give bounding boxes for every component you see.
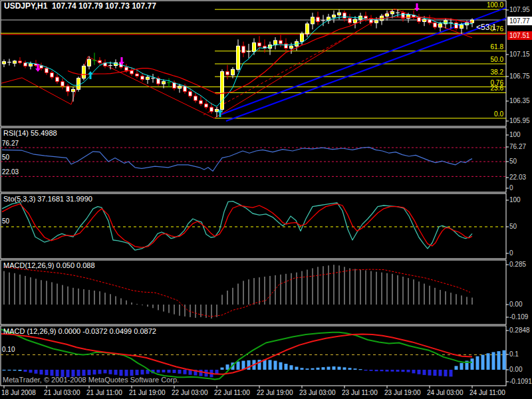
macd2-histogram-bar (40, 370, 43, 374)
price-axis-label: 107.95 (509, 7, 530, 13)
candle-body (317, 17, 320, 22)
macd2-histogram-bar (130, 370, 134, 376)
candle-body (455, 23, 458, 28)
macd2-histogram-bar (386, 370, 389, 372)
sto-level-label: 50 (2, 218, 9, 225)
macd2-histogram-bar (375, 370, 378, 371)
candle-body (444, 21, 448, 24)
macd2-histogram-bar (455, 366, 458, 370)
candle-body (354, 19, 357, 23)
macd2-axis-label: 0.00 (509, 366, 522, 373)
macd2-histogram-bar (114, 370, 118, 375)
macd2-histogram-bar (247, 360, 251, 370)
candle-body (66, 86, 70, 91)
macd2-histogram-bar (364, 370, 368, 370)
macd2-histogram-bar (200, 370, 203, 376)
macd2-histogram-bar (497, 351, 501, 370)
candle-body (423, 19, 426, 21)
macd2-histogram-bar (481, 355, 485, 370)
candle-body (311, 17, 315, 24)
candle-body (136, 74, 139, 76)
candle-body (338, 13, 341, 15)
macd2-histogram-bar (93, 370, 96, 374)
rsi-axis-label: 0 (509, 185, 513, 192)
candle-body (45, 68, 49, 73)
macd2-histogram-bar (359, 369, 362, 370)
macd2-histogram-bar (423, 370, 426, 375)
current-price-badge: 107.77 (507, 17, 532, 25)
time-axis-label: 21 Jul 11:00 (86, 390, 122, 396)
rsi-axis-label: 100 (509, 132, 521, 138)
hline-label-1: 0.76 (491, 80, 503, 86)
candle-body (210, 107, 213, 112)
macd2-histogram-bar (503, 350, 506, 370)
time-axis-label: 22 Jul 03:00 (172, 390, 208, 396)
candle-body (88, 59, 91, 66)
macd2-histogram-bar (162, 370, 166, 372)
macd2-histogram-bar (322, 367, 325, 370)
macd2-histogram-bar (51, 370, 54, 376)
candle-body (242, 46, 245, 53)
macd2-histogram-bar (98, 370, 102, 374)
stochastic-panel-title: Sto(5,3,3) 37.1681 31.9990 (3, 196, 92, 202)
candle-body (51, 72, 54, 77)
macd2-histogram-bar (274, 361, 277, 370)
candle-body (24, 63, 27, 66)
macd2-histogram-bar (370, 370, 373, 371)
rsi-panel[interactable] (1, 128, 506, 192)
macd2-histogram-bar (396, 370, 400, 372)
rsi-axis-label: 22.03 (509, 174, 526, 181)
fib-label-50.0: 50.0 (491, 57, 503, 63)
fib-label-23.6: 23.6 (491, 85, 503, 92)
fib-label-100.0: 100.0 (487, 2, 503, 9)
macd2-histogram-bar (88, 370, 91, 375)
macd2-histogram-bar (301, 368, 304, 370)
macd2-histogram-bar (402, 370, 405, 372)
macd2-level-label: 0.10 (2, 346, 15, 353)
macd2-histogram-bar (434, 370, 437, 376)
macd2-histogram-bar (29, 370, 33, 373)
macd2-axis-label: 0.1 (509, 351, 519, 358)
macd2-histogram-bar (35, 370, 38, 374)
candle-body (343, 13, 346, 18)
macd2-histogram-bar (173, 370, 176, 373)
macd2-histogram-bar (492, 352, 495, 370)
rsi-panel-title: RSI(14) 55.4988 (3, 130, 57, 136)
macd2-histogram-bar (380, 370, 384, 371)
candle-body (391, 12, 394, 14)
macd2-histogram-bar (332, 366, 336, 370)
blue-trendline (226, 19, 506, 121)
stochastic-panel[interactable] (1, 194, 506, 259)
rsi-axis-label: 50 (509, 158, 517, 165)
price-axis-label: 106.75 (509, 73, 530, 80)
macd2-histogram-bar (184, 370, 187, 374)
candle-body (98, 61, 102, 63)
macd2-histogram-bar (460, 363, 464, 370)
candle-body (434, 23, 437, 27)
candle-body (301, 34, 304, 42)
candle-body (146, 77, 150, 79)
macd2-histogram-bar (104, 370, 107, 373)
macd-signal-line (4, 267, 470, 317)
candle-body (141, 76, 144, 79)
rsi-axis-label: 76.27 (509, 144, 526, 150)
rsi-level-label: 22.03 (2, 169, 19, 176)
macd2-histogram-bar (285, 364, 288, 370)
macd-axis-label: 0.00 (509, 301, 522, 308)
macd2-histogram-bar (13, 370, 17, 370)
macd2-histogram-bar (120, 370, 123, 376)
candle-body (258, 43, 261, 46)
time-axis-label: 22 Jul 19:00 (257, 390, 293, 396)
candle-body (178, 86, 182, 88)
macd2-histogram-bar (348, 368, 352, 370)
candle-body (205, 104, 208, 107)
macd2-histogram-bar (82, 370, 86, 376)
candle-body (332, 15, 336, 17)
time-axis-label: 22 Jul 11:00 (214, 390, 250, 396)
candle-body (77, 78, 80, 90)
sto-axis-label: 50 (509, 223, 517, 230)
macd2-histogram-bar (317, 368, 320, 370)
ma-slow-line (68, 17, 472, 94)
macd-panel[interactable] (1, 260, 506, 325)
macd2-histogram-bar (306, 368, 309, 370)
